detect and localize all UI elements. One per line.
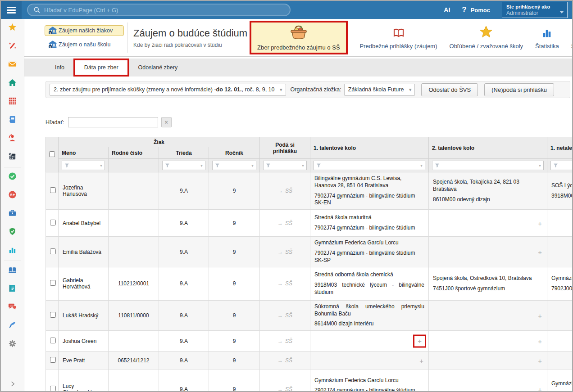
row-checkbox[interactable] <box>50 280 56 286</box>
student-name-cell[interactable]: Lucy Chmelowski <box>59 369 109 391</box>
action-spravy-od-skol[interactable]: Správy od škôl <box>571 26 572 50</box>
action-statistika[interactable]: Štatistika <box>535 26 559 50</box>
add-school-button[interactable]: + <box>538 312 542 319</box>
school-choice-cell: + <box>429 300 547 330</box>
students-table-body: Jozefína Hanusová9.A9→SŠBilingválne gymn… <box>46 172 573 392</box>
row-checkbox[interactable] <box>50 220 56 225</box>
select-all-checkbox[interactable] <box>49 151 55 157</box>
add-school-button[interactable]: + <box>538 248 542 255</box>
user-menu[interactable]: Ste prihlásený ako Administrátor <box>502 2 568 18</box>
tab-info[interactable]: Info <box>46 59 73 77</box>
add-school-button[interactable]: + <box>413 334 426 347</box>
col-header-apply[interactable]: Podá si prihlášku <box>260 137 310 159</box>
school-choice-cell <box>547 237 572 267</box>
col-header-birth-number[interactable]: Rodné číslo <box>109 147 159 159</box>
apply-ss-link[interactable]: →SŠ <box>277 220 292 226</box>
student-name-cell[interactable]: Gabriela Horváthová <box>59 267 109 300</box>
row-checkbox[interactable] <box>50 187 56 193</box>
add-school-button[interactable]: + <box>419 357 423 364</box>
student-name-cell[interactable]: Joshua Green <box>59 331 109 351</box>
ai-button[interactable]: AI <box>444 6 450 14</box>
global-search-input[interactable] <box>44 7 284 14</box>
study-program: 7902J00 <box>551 285 572 293</box>
sidebar-item-notebook[interactable] <box>1 111 24 130</box>
row-checkbox[interactable] <box>50 338 56 343</box>
student-name-cell[interactable]: Anabel Babybel <box>59 210 109 237</box>
filter-panel: 2. zber záujmu pre prijímacie skúšky (zm… <box>45 81 570 98</box>
tab-data-pre-zber[interactable]: Dáta pre zber <box>73 59 129 77</box>
nav-button-zaujem-nasich-ziakov[interactable]: 9Záujem našich žiakov <box>45 25 124 36</box>
student-name-cell[interactable]: Emília Balážová <box>59 237 109 267</box>
apply-ss-link[interactable]: →SŠ <box>277 386 292 391</box>
apply-ss-link[interactable]: →SŠ <box>277 280 292 287</box>
col-header-talent2[interactable]: 2. talentové kolo <box>429 137 547 159</box>
apply-ss-link[interactable]: →SŠ <box>277 312 292 319</box>
sidebar-item-envelope[interactable] <box>1 56 24 74</box>
col-header-name[interactable]: Meno <box>59 147 109 159</box>
nontalent1-filter-select[interactable] <box>550 161 572 170</box>
row-checkbox[interactable] <box>50 248 56 254</box>
action-zber-predbezneho-zaujmu-o-ss[interactable]: Zber predbežného záujmu o SŠ <box>250 21 348 54</box>
tab-odoslane-zbery[interactable]: Odoslané zbery <box>129 59 187 77</box>
sidebar-item-exam-quill[interactable] <box>1 317 24 335</box>
apply-filter-select[interactable] <box>263 161 307 170</box>
nav-button-zaujem-o-nasu-skolu[interactable]: 9Záujem o našu školu <box>45 39 124 50</box>
sidebar-item-home[interactable] <box>1 74 24 93</box>
school-choice-cell: + <box>429 369 547 391</box>
substitution-person-icon <box>8 134 17 144</box>
sidebar-item-briefcase[interactable] <box>1 205 24 223</box>
student-name-cell[interactable]: Jozefína Hanusová <box>59 172 109 210</box>
col-header-class[interactable]: Trieda <box>159 147 209 159</box>
grade-filter-select[interactable] <box>212 161 256 170</box>
sidebar-item-magic-wand[interactable] <box>1 37 24 56</box>
group-header-student: Žiak <box>59 137 260 147</box>
col-header-grade[interactable]: Ročník <box>209 147 260 159</box>
apply-cell: →SŠ <box>260 300 310 330</box>
sidebar-item-substitution-person[interactable] <box>1 130 24 148</box>
table-search-input[interactable] <box>68 117 158 127</box>
sidebar-item-grades-a-plus[interactable]: A+ <box>1 186 24 205</box>
sidebar-item-shield-check[interactable] <box>1 223 24 242</box>
sidebar-item-star[interactable] <box>1 19 24 37</box>
send-to-svs-button[interactable]: Odoslať do ŠVS <box>421 83 478 96</box>
sidebar-expand-button[interactable] <box>1 380 24 387</box>
clear-search-button[interactable]: × <box>161 117 172 127</box>
apply-ss-link[interactable]: →SŠ <box>277 249 292 255</box>
action-predbezne-prihlasky-zaujem[interactable]: Predbežné prihlášky (záujem) <box>360 26 437 50</box>
sidebar-item-settings-gear[interactable] <box>1 335 24 354</box>
add-school-button[interactable]: + <box>538 386 542 391</box>
global-search[interactable] <box>27 4 291 16</box>
apply-ss-link[interactable]: →SŠ <box>277 338 292 344</box>
col-header-nontalent1[interactable]: 1. netalentové kolo <box>547 137 572 159</box>
sidebar-item-lesson-notes[interactable] <box>1 280 24 298</box>
sidebar-item-attendance-check[interactable] <box>1 168 24 186</box>
hamburger-menu-button[interactable] <box>1 1 22 19</box>
sidebar-item-calendar-clock[interactable] <box>1 148 24 167</box>
col-header-talent1[interactable]: 1. talentové kolo <box>310 137 429 159</box>
org-unit-select[interactable]: Základná škola Future <box>344 84 415 96</box>
name-filter-select[interactable] <box>62 161 105 170</box>
sidebar-item-results-chart[interactable] <box>1 242 24 260</box>
apply-ss-link[interactable]: →SŠ <box>277 188 292 194</box>
student-name-cell[interactable]: Eve Pratt <box>59 351 109 369</box>
add-school-button[interactable]: + <box>538 338 542 344</box>
add-school-button[interactable]: + <box>538 357 542 364</box>
class-filter-select[interactable] <box>162 161 205 170</box>
row-checkbox[interactable] <box>50 357 56 363</box>
action-oblubene-zvazovane-skoly[interactable]: Obľúbené / zvažované školy <box>450 26 523 50</box>
sidebar-item-messages-chat[interactable] <box>1 298 24 317</box>
row-checkbox[interactable] <box>50 312 56 318</box>
collection-select[interactable]: 2. zber záujmu pre prijímacie skúšky (zm… <box>50 84 286 96</box>
school-name: Spojená škola, Ostredková 10, Bratislava <box>433 275 543 282</box>
apply-toggle-button[interactable]: (Ne)podá si prihlášku <box>484 83 554 96</box>
sidebar-item-timetable[interactable] <box>1 93 24 111</box>
talent1-filter-select[interactable] <box>314 161 425 170</box>
row-checkbox[interactable] <box>50 386 56 391</box>
school-name: Súkromná škola umeleckého priemyslu Bohu… <box>314 303 424 318</box>
add-school-button[interactable]: + <box>538 220 542 226</box>
student-name-cell[interactable]: Lukáš Hradský <box>59 300 109 330</box>
talent2-filter-select[interactable] <box>432 161 544 170</box>
apply-ss-link[interactable]: →SŠ <box>277 357 292 364</box>
help-button[interactable]: ? Pomoc <box>462 5 490 14</box>
sidebar-item-library-book[interactable] <box>1 261 24 280</box>
